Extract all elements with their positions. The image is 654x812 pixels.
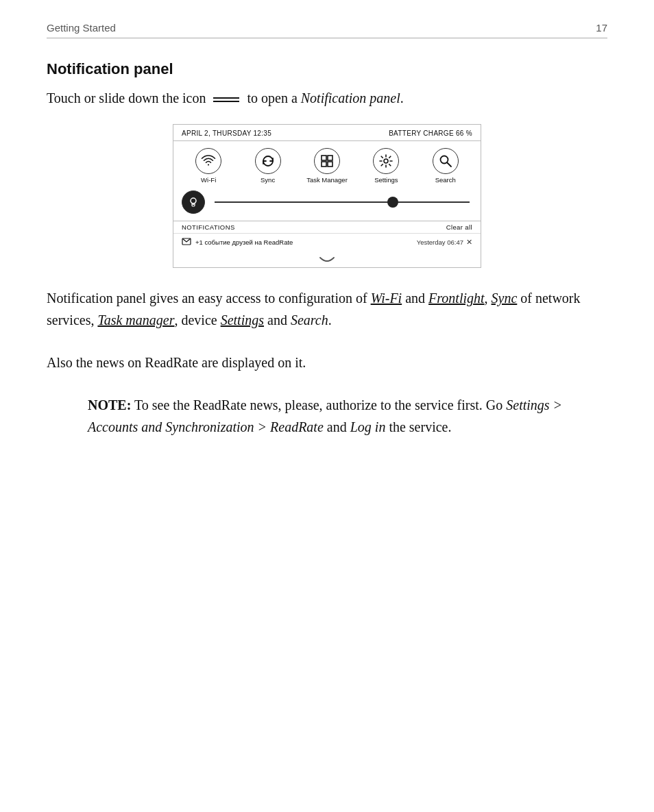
notification-panel-icon <box>213 97 239 102</box>
wifi-label: Wi-Fi <box>201 176 216 184</box>
search-label: Search <box>435 176 456 184</box>
notification-time-close: Yesterday 06:47 ✕ <box>417 238 472 247</box>
svg-rect-2 <box>322 162 326 167</box>
diagram-icon-sync[interactable]: Sync <box>243 148 293 184</box>
notification-icon <box>182 237 191 247</box>
task-manager-label: Task Manager <box>306 176 348 184</box>
notification-left: +1 событие друзей на ReadRate <box>182 237 293 247</box>
diagram-icon-wifi[interactable]: Wi-Fi <box>184 148 233 184</box>
link-wifi[interactable]: Wi-Fi <box>371 291 402 306</box>
svg-point-5 <box>440 156 448 164</box>
link-frontlight[interactable]: Frontlight <box>428 291 484 306</box>
diagram-icons-row: Wi-Fi Sync <box>173 141 481 188</box>
intro-text-2: to open a <box>247 90 300 106</box>
intro-end: . <box>400 90 404 106</box>
link-sync[interactable]: Sync <box>492 291 518 306</box>
diagram-date: APRIL 2, THURSDAY 12:35 <box>182 130 271 137</box>
link-settings[interactable]: Settings <box>221 312 264 328</box>
diagram-icon-search[interactable]: Search <box>421 148 470 184</box>
icon-line-2 <box>213 101 239 102</box>
link-search[interactable]: Search <box>291 312 328 328</box>
icon-line-1 <box>213 97 239 99</box>
note-and: and <box>324 419 350 434</box>
note-login: Log in <box>350 419 386 434</box>
task-manager-icon-circle <box>314 148 340 174</box>
search-icon-circle <box>433 148 459 174</box>
body-paragraph-2: Also the news on ReadRate are displayed … <box>47 352 607 373</box>
intro-paragraph: Touch or slide down the icon to open a N… <box>47 88 607 109</box>
intro-italic: Notification panel <box>301 90 400 106</box>
link-task-manager[interactable]: Task manager <box>97 312 174 328</box>
diagram-battery: BATTERY CHARGE 66 % <box>389 130 472 137</box>
diagram-notifications-bar: NOTIFICATIONS Clear all <box>173 221 481 233</box>
svg-point-7 <box>191 198 196 204</box>
svg-rect-3 <box>328 162 332 167</box>
svg-point-4 <box>384 159 388 163</box>
sync-label: Sync <box>261 176 275 184</box>
note-bold-label: NOTE: <box>88 397 131 413</box>
notification-text: +1 событие друзей на ReadRate <box>195 238 293 246</box>
section-heading: Notification panel <box>47 60 607 78</box>
close-notification-icon[interactable]: ✕ <box>466 238 472 247</box>
settings-icon-circle <box>373 148 399 174</box>
note-block: NOTE: To see the ReadRate news, please, … <box>88 394 594 438</box>
diagram-notification-item: +1 событие друзей на ReadRate Yesterday … <box>173 233 481 251</box>
note-paragraph: NOTE: To see the ReadRate news, please, … <box>88 394 594 438</box>
svg-rect-0 <box>322 156 326 160</box>
brightness-knob <box>387 197 398 208</box>
note-end: the service. <box>385 419 451 434</box>
diagram-top-bar: APRIL 2, THURSDAY 12:35 BATTERY CHARGE 6… <box>173 125 481 141</box>
notification-time: Yesterday 06:47 <box>417 238 463 246</box>
diagram-brightness-row <box>173 188 481 221</box>
sync-icon-circle <box>255 148 281 174</box>
diagram-icon-settings[interactable]: Settings <box>361 148 411 184</box>
diagram-bottom <box>173 251 481 267</box>
page: Getting Started 17 Notification panel To… <box>0 0 654 812</box>
note-text: To see the ReadRate news, please, author… <box>131 397 506 413</box>
diagram-icon-taskmanager[interactable]: Task Manager <box>302 148 352 184</box>
svg-rect-1 <box>328 156 332 160</box>
header-page-number: 17 <box>596 22 607 34</box>
svg-line-6 <box>447 163 451 167</box>
clear-all-link[interactable]: Clear all <box>446 223 472 231</box>
brightness-icon <box>182 190 205 214</box>
intro-text-1: Touch or slide down the icon <box>47 90 206 106</box>
diagram-box: APRIL 2, THURSDAY 12:35 BATTERY CHARGE 6… <box>173 124 481 268</box>
header-title: Getting Started <box>47 22 116 34</box>
brightness-slider[interactable] <box>215 201 470 203</box>
notification-panel-diagram: APRIL 2, THURSDAY 12:35 BATTERY CHARGE 6… <box>47 124 607 268</box>
page-header: Getting Started 17 <box>47 22 607 38</box>
settings-label: Settings <box>374 176 398 184</box>
wifi-icon-circle <box>195 148 221 174</box>
notifications-label: NOTIFICATIONS <box>182 223 235 231</box>
body-paragraph-1: Notification panel gives an easy access … <box>47 287 607 331</box>
